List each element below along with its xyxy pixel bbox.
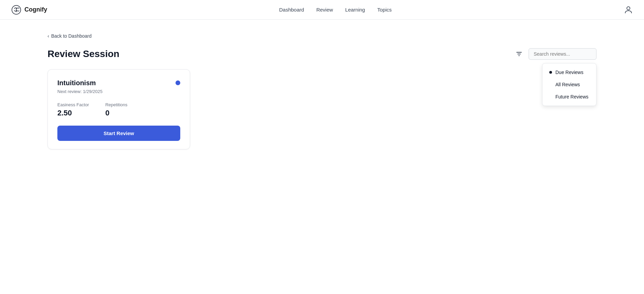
- dropdown-item-due-reviews[interactable]: Due Reviews: [542, 66, 596, 78]
- nav-dashboard[interactable]: Dashboard: [279, 7, 304, 13]
- back-to-dashboard-link[interactable]: ‹ Back to Dashboard: [48, 33, 596, 39]
- svg-point-1: [627, 6, 630, 10]
- easiness-factor-value: 2.50: [57, 109, 89, 117]
- card-status-dot: [176, 80, 180, 85]
- start-review-button[interactable]: Start Review: [57, 126, 180, 141]
- navbar: Cognify Dashboard Review Learning Topics: [0, 0, 644, 20]
- card-title: Intuitionism: [57, 79, 96, 87]
- chevron-left-icon: ‹: [48, 33, 49, 39]
- repetitions-stat: Repetitions 0: [105, 102, 127, 117]
- review-card: Intuitionism Next review: 1/29/2025 Easi…: [48, 69, 190, 149]
- active-indicator: [549, 71, 552, 74]
- page-title: Review Session: [48, 49, 119, 59]
- card-subtitle: Next review: 1/29/2025: [57, 89, 180, 94]
- back-link-label: Back to Dashboard: [51, 33, 92, 39]
- brand-name: Cognify: [24, 6, 47, 13]
- filter-button[interactable]: [514, 49, 525, 59]
- nav-links: Dashboard Review Learning Topics: [279, 7, 392, 13]
- brand-logo[interactable]: Cognify: [11, 4, 47, 15]
- dropdown-label-all: All Reviews: [555, 82, 580, 87]
- repetitions-value: 0: [105, 109, 127, 117]
- start-review-label: Start Review: [104, 130, 134, 136]
- nav-review[interactable]: Review: [316, 7, 333, 13]
- search-input[interactable]: [529, 48, 596, 60]
- easiness-factor-stat: Easiness Factor 2.50: [57, 102, 89, 117]
- dropdown-item-all-reviews[interactable]: All Reviews: [542, 78, 596, 91]
- brain-icon: [11, 4, 22, 15]
- card-header: Intuitionism: [57, 79, 180, 87]
- nav-learning[interactable]: Learning: [345, 7, 365, 13]
- dropdown-item-future-reviews[interactable]: Future Reviews: [542, 91, 596, 103]
- page-header: Review Session Due Reviews All Reviews: [48, 48, 596, 60]
- main-content: ‹ Back to Dashboard Review Session Due R…: [0, 20, 644, 163]
- header-actions: Due Reviews All Reviews Future Reviews: [514, 48, 596, 60]
- dropdown-label-due: Due Reviews: [555, 70, 583, 75]
- filter-icon: [516, 51, 522, 57]
- card-stats: Easiness Factor 2.50 Repetitions 0: [57, 102, 180, 117]
- navbar-right: [624, 5, 633, 15]
- nav-topics[interactable]: Topics: [377, 7, 392, 13]
- dropdown-label-future: Future Reviews: [555, 94, 588, 99]
- user-icon[interactable]: [624, 5, 633, 15]
- filter-dropdown: Due Reviews All Reviews Future Reviews: [542, 63, 596, 106]
- easiness-factor-label: Easiness Factor: [57, 102, 89, 107]
- repetitions-label: Repetitions: [105, 102, 127, 107]
